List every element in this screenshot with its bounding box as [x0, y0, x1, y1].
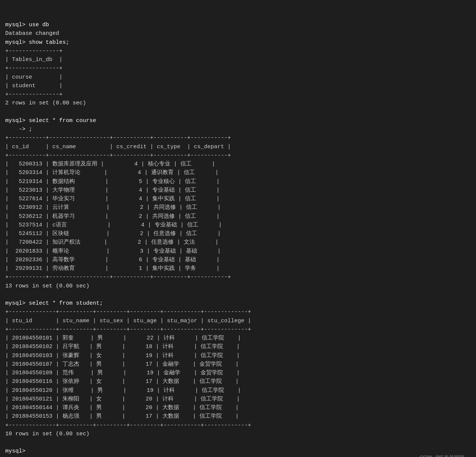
terminal-line: | 201804550101 | 郭奎 | 男 | 22 | 计科 | 信工学院…	[5, 334, 471, 342]
terminal-window: mysql> use dbDatabase changedmysql> show…	[5, 4, 471, 457]
terminal-line: Database changed	[5, 29, 471, 38]
terminal-line: 13 rows in set (0.00 sec)	[5, 282, 471, 290]
terminal-line	[5, 438, 471, 447]
terminal-line: mysql> show tables;	[5, 38, 471, 47]
terminal-line: +--------------+----------+---------+---…	[5, 325, 471, 334]
terminal-line: | 5237514 | c语言 | 4 | 专业基础 | 信工 |	[5, 221, 471, 229]
terminal-line: | 5227614 | 毕业实习 | 4 | 集中实践 | 信工 |	[5, 195, 471, 203]
terminal-line: | 201804550109 | 范伟 | 男 | 19 | 金融学 | 金贸学…	[5, 369, 471, 377]
terminal-line	[5, 290, 471, 299]
terminal-line: | 20202336 | 高等数学 | 6 | 专业基础 | 基础 |	[5, 256, 471, 264]
terminal-line: 10 rows in set (0.00 sec)	[5, 430, 471, 438]
terminal-line: +---------------+	[5, 90, 471, 99]
terminal-line: | 20201833 | 概率论 | 3 | 专业基础 | 基础 |	[5, 247, 471, 256]
terminal-line: +--------------+----------+---------+---…	[5, 421, 471, 430]
terminal-line: | stu_id | stu_name | stu_sex | stu_age …	[5, 317, 471, 325]
terminal-line: | 5245112 | 区块链 | 2 | 任意选修 | 信工 |	[5, 229, 471, 238]
terminal-line	[5, 108, 471, 116]
terminal-line: -> ;	[5, 125, 471, 134]
terminal-line: +-----------+------------------+--------…	[5, 134, 471, 142]
terminal-line: | cs_id | cs_name | cs_credit | cs_type …	[5, 143, 471, 151]
terminal-line: mysql>	[5, 447, 471, 456]
terminal-line: +---------------+	[5, 64, 471, 73]
terminal-line: mysql> select * from student;	[5, 299, 471, 308]
terminal-line: | 29299131 | 劳动教育 | 1 | 集中实践 | 学务 |	[5, 264, 471, 273]
terminal-line: +---------------+	[5, 47, 471, 55]
terminal-line: +-----------+------------------+--------…	[5, 151, 471, 160]
terminal-line: | 201804550116 | 张依婷 | 女 | 17 | 大数据 | 信工…	[5, 377, 471, 386]
terminal-line: mysql> select * from course	[5, 116, 471, 125]
terminal-line: 2 rows in set (0.00 sec)	[5, 99, 471, 107]
terminal-line: | 5200313 | 数据库原理及应用 | 4 | 核心专业 | 信工 |	[5, 160, 471, 168]
terminal-line: | 5236212 | 机器学习 | 2 | 共同选修 | 信工 |	[5, 212, 471, 221]
terminal-line: | 201804550144 | 谭兵炎 | 男 | 20 | 大数据 | 信工…	[5, 403, 471, 412]
terminal-line: | 201804550120 | 张维 | 男 | 19 | 计科 | 信工学院…	[5, 386, 471, 395]
terminal-line: | 201804550121 | 朱柳阳 | 女 | 20 | 计科 | 信工学…	[5, 395, 471, 403]
terminal-line: | 5203314 | 计算机导论 | 4 | 通识教育 | 信工 |	[5, 168, 471, 177]
terminal-line: | Tables_in_db |	[5, 55, 471, 64]
terminal-line: | 201804550153 | 杨志强 | 男 | 17 | 大数据 | 信工…	[5, 412, 471, 421]
terminal-line: | 5230912 | 云计算 | 2 | 共同选修 | 信工 |	[5, 203, 471, 212]
terminal-line: | 201804550107 | 丁志杰 | 男 | 17 | 金融学 | 金贸…	[5, 360, 471, 369]
terminal-line: | 5219314 | 数据结构 | 5 | 专业核心 | 信工 |	[5, 177, 471, 186]
terminal-line: +--------------+----------+---------+---…	[5, 308, 471, 316]
terminal-line: | 201804550102 | 吕宇航 | 男 | 18 | 计科 | 信工学…	[5, 342, 471, 351]
terminal-content: mysql> use dbDatabase changedmysql> show…	[5, 21, 471, 456]
terminal-line: | course |	[5, 73, 471, 82]
terminal-line: | 201804550103 | 张豪辉 | 女 | 19 | 计科 | 信工学…	[5, 351, 471, 360]
terminal-line: | 7200422 | 知识产权法 | 2 | 任意选修 | 文法 |	[5, 238, 471, 247]
terminal-line: +-----------+------------------+--------…	[5, 273, 471, 281]
terminal-line: mysql> use db	[5, 21, 471, 29]
watermark: CSDN @杨羊羊咩咩～	[420, 454, 470, 457]
terminal-line: | 5223013 | 大学物理 | 4 | 专业基础 | 信工 |	[5, 186, 471, 195]
terminal-line: | student |	[5, 82, 471, 90]
